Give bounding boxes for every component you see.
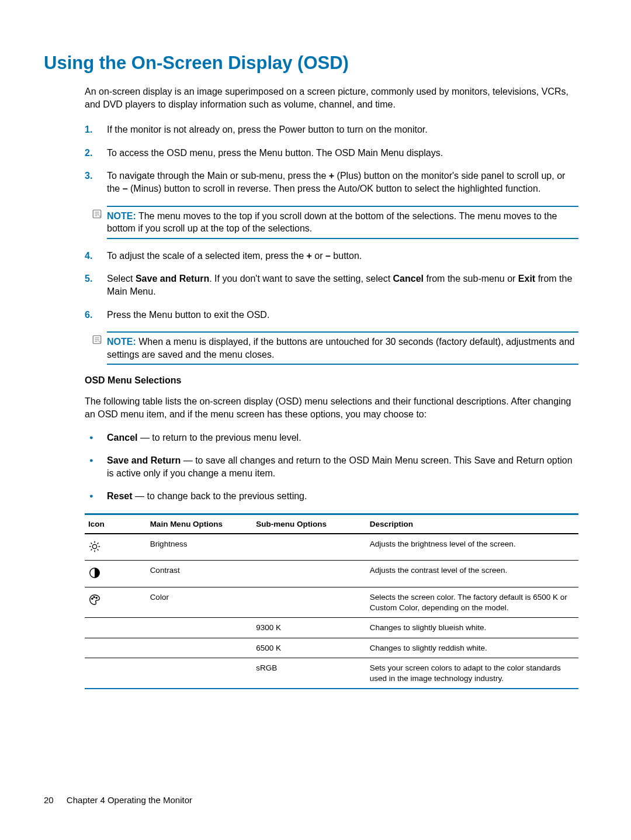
table-row: sRGB Sets your screen colors to adapt to… — [85, 658, 578, 689]
table-cell-main: Color — [147, 587, 253, 617]
note-label: NOTE: — [107, 337, 136, 347]
contrast-icon — [88, 566, 101, 579]
step-item: Select Save and Return. If you don't wan… — [85, 272, 578, 298]
table-cell-sub: 9300 K — [252, 618, 366, 638]
svg-line-15 — [91, 549, 92, 550]
table-row: 9300 K Changes to slightly blueish white… — [85, 618, 578, 638]
table-cell-main — [147, 658, 253, 689]
steps-list: If the monitor is not already on, press … — [85, 123, 578, 195]
table-row: Brightness Adjusts the brightness level … — [85, 534, 578, 561]
brightness-icon — [88, 540, 101, 553]
steps-list-continued: To adjust the scale of a selected item, … — [85, 250, 578, 321]
table-cell-sub — [252, 587, 366, 617]
svg-line-14 — [98, 549, 99, 550]
svg-point-18 — [92, 598, 93, 599]
col-header-desc: Description — [366, 514, 578, 534]
note-icon — [92, 209, 102, 219]
note-box: NOTE: The menu moves to the top if you s… — [107, 206, 578, 239]
intro-paragraph: An on-screen display is an image superim… — [85, 85, 578, 110]
color-icon — [88, 593, 101, 606]
note-box: NOTE: When a menu is displayed, if the b… — [107, 331, 578, 365]
table-cell-sub — [252, 561, 366, 587]
table-cell-sub — [252, 534, 366, 561]
table-row: Contrast Adjusts the contrast level of t… — [85, 561, 578, 587]
svg-point-19 — [93, 596, 95, 597]
col-header-main: Main Menu Options — [147, 514, 253, 534]
table-cell-desc: Adjusts the contrast level of the screen… — [366, 561, 578, 587]
table-cell-desc: Adjusts the brightness level of the scre… — [366, 534, 578, 561]
note-text: The menu moves to the top if you scroll … — [107, 211, 557, 234]
table-cell-desc: Changes to slightly reddish white. — [366, 638, 578, 658]
note-label: NOTE: — [107, 211, 136, 221]
table-cell-desc: Sets your screen colors to adapt to the … — [366, 658, 578, 689]
step-item: To adjust the scale of a selected item, … — [85, 250, 578, 262]
page-title: Using the On-Screen Display (OSD) — [44, 53, 578, 74]
table-cell-main: Brightness — [147, 534, 253, 561]
svg-line-13 — [91, 542, 92, 544]
table-cell-sub: 6500 K — [252, 638, 366, 658]
osd-menu-table: Icon Main Menu Options Sub-menu Options … — [85, 513, 578, 689]
page-footer: 20 Chapter 4 Operating the Monitor — [44, 795, 192, 805]
table-row: 6500 K Changes to slightly reddish white… — [85, 638, 578, 658]
bullets-list: Cancel — to return to the previous menu … — [85, 431, 578, 503]
table-row: Color Selects the screen color. The fact… — [85, 587, 578, 617]
svg-point-20 — [96, 597, 97, 599]
table-cell-main — [147, 638, 253, 658]
note-text: When a menu is displayed, if the buttons… — [107, 337, 574, 359]
step-item: To navigate through the Main or sub-menu… — [85, 170, 578, 195]
col-header-sub: Sub-menu Options — [252, 514, 366, 534]
step-item: Press the Menu button to exit the OSD. — [85, 309, 578, 322]
step-item: If the monitor is not already on, press … — [85, 123, 578, 136]
note-icon — [92, 334, 102, 345]
svg-line-16 — [98, 542, 99, 544]
list-item: Reset — to change back to the previous s… — [85, 490, 578, 503]
table-cell-desc: Changes to slightly blueish white. — [366, 618, 578, 638]
table-cell-main: Contrast — [147, 561, 253, 587]
list-item: Cancel — to return to the previous menu … — [85, 431, 578, 444]
list-item: Save and Return — to save all changes an… — [85, 454, 578, 479]
table-cell-main — [147, 618, 253, 638]
table-cell-sub: sRGB — [252, 658, 366, 689]
step-item: To access the OSD menu, press the Menu b… — [85, 147, 578, 160]
subsection-heading: OSD Menu Selections — [85, 375, 578, 386]
page-number: 20 — [44, 795, 54, 805]
chapter-label: Chapter 4 Operating the Monitor — [67, 795, 192, 805]
body-paragraph: The following table lists the on-screen … — [85, 395, 578, 420]
svg-point-8 — [92, 544, 96, 548]
table-cell-desc: Selects the screen color. The factory de… — [366, 587, 578, 617]
col-header-icon: Icon — [85, 514, 147, 534]
